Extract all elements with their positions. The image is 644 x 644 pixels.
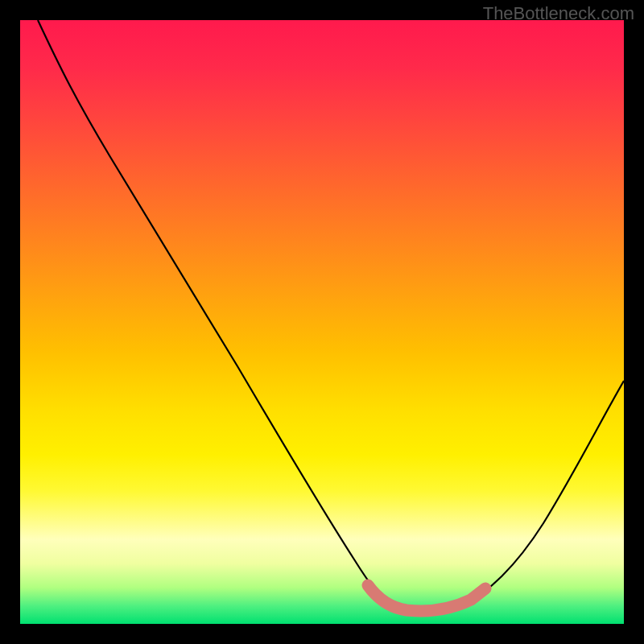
optimal-range-marker bbox=[366, 584, 487, 611]
bottleneck-curve bbox=[38, 20, 624, 612]
chart-plot bbox=[20, 20, 624, 624]
chart-frame: TheBottleneck.com bbox=[0, 0, 644, 644]
svg-point-1 bbox=[484, 587, 487, 590]
svg-point-0 bbox=[366, 584, 369, 587]
watermark-text: TheBottleneck.com bbox=[483, 3, 634, 24]
